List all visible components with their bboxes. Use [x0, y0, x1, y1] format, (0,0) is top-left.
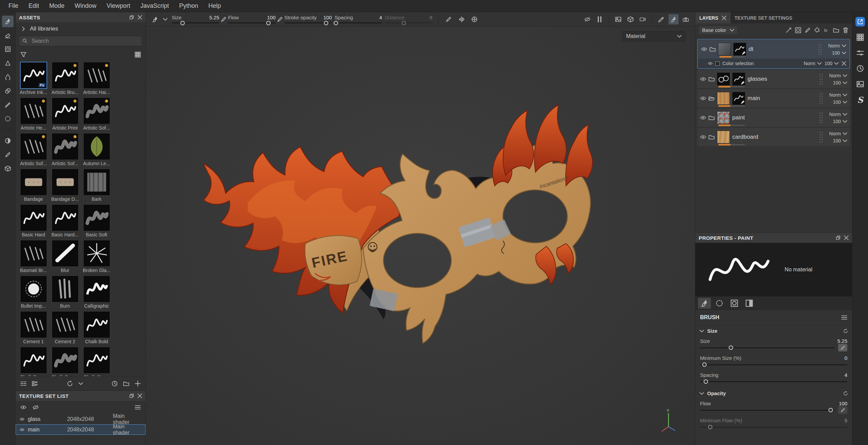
pressure-toggle-icon[interactable] — [221, 16, 227, 22]
reset-icon[interactable] — [843, 391, 848, 396]
brush-item[interactable]: Chalk Stro... — [81, 347, 112, 376]
close-icon[interactable] — [722, 16, 727, 20]
control-slider[interactable] — [172, 22, 219, 23]
control-slider[interactable] — [335, 22, 382, 23]
undock-icon[interactable] — [129, 393, 134, 398]
brush-item[interactable]: Artistic Sof... — [18, 134, 49, 167]
slider-knob[interactable] — [708, 425, 713, 429]
control-value[interactable]: 4 — [379, 15, 382, 20]
layer-row-dt[interactable]: dtNorm100 — [698, 40, 849, 58]
detail-view-icon[interactable] — [32, 381, 38, 387]
brush-item[interactable]: Basic Soft — [81, 205, 112, 238]
toolbar-control-flow[interactable]: Flow100 — [227, 15, 277, 23]
camera-mode-icon[interactable] — [638, 14, 648, 24]
solo-eye-icon[interactable] — [33, 404, 39, 410]
layer-row-main[interactable]: mainNorm100 — [697, 89, 850, 108]
blend-mode-dropdown[interactable]: Norm — [829, 131, 847, 136]
layer-opacity-dropdown[interactable]: 100 — [833, 80, 847, 85]
history-icon[interactable] — [855, 64, 865, 73]
setting-slider[interactable] — [700, 364, 847, 365]
layer-mask-thumbnail[interactable] — [732, 73, 745, 85]
menu-help[interactable]: Help — [203, 0, 226, 12]
slider-knob[interactable] — [829, 408, 833, 412]
layer-thumbnail[interactable] — [717, 73, 730, 85]
symmetry-icon[interactable] — [456, 14, 467, 24]
brush-item[interactable]: Autumn Le... — [81, 134, 112, 167]
brush-item[interactable]: Chalk Bum... — [18, 347, 49, 376]
slider-knob[interactable] — [334, 21, 338, 25]
setting-value[interactable]: 5.25 — [837, 338, 847, 344]
toolbar-control-spacing[interactable]: Spacing4 — [333, 15, 383, 23]
axis-gizmo[interactable]: Y — [654, 408, 683, 437]
control-slider[interactable] — [385, 22, 432, 23]
brush-item[interactable]: Bandage — [18, 169, 49, 202]
capture-camera-icon[interactable] — [681, 14, 691, 24]
brush-item[interactable]: PsArchive Ink... — [18, 62, 49, 95]
brush-item[interactable]: Broken Gla... — [81, 240, 112, 273]
layer-row-paint[interactable]: paintNorm100 — [697, 109, 850, 127]
slider-knob[interactable] — [324, 21, 328, 25]
assets-home-icon[interactable] — [855, 17, 865, 26]
effect-opacity-dropdown[interactable]: 100 — [825, 61, 839, 66]
brush-item[interactable]: Basic Hard — [18, 205, 49, 238]
projection-tool[interactable] — [2, 43, 14, 55]
chevron-down-icon[interactable] — [78, 381, 83, 386]
tab-material[interactable] — [743, 298, 756, 309]
pressure-toggle-icon[interactable] — [838, 406, 847, 414]
3d-model-glasses[interactable]: FIRE — [146, 26, 695, 445]
tab-alpha[interactable] — [713, 298, 726, 309]
brush-item[interactable]: Artistic He... — [18, 98, 49, 131]
effect-blend-dropdown[interactable]: Norm — [804, 61, 822, 66]
add-folder-icon[interactable] — [833, 27, 839, 33]
brush-item[interactable]: Chalk Bold — [81, 312, 112, 345]
pressure-toggle-icon[interactable] — [277, 16, 283, 22]
search-input[interactable] — [19, 36, 142, 46]
layer-thumbnail[interactable] — [717, 92, 730, 105]
layer-row-cardboard[interactable]: cardboardNorm100 — [697, 128, 850, 146]
group-header-opacity[interactable]: Opacity — [695, 387, 852, 399]
viewport-mode-icon[interactable] — [613, 14, 623, 24]
material-picker-tool[interactable] — [2, 99, 14, 111]
brush-item[interactable]: Basmati Br... — [18, 240, 49, 273]
render-mode-icon[interactable] — [625, 14, 636, 24]
brush-item[interactable]: Cement 1 — [18, 312, 49, 345]
setting-slider[interactable] — [700, 381, 847, 382]
layer-mask-thumbnail[interactable] — [732, 92, 745, 105]
3d-viewport[interactable]: FIRE — [146, 26, 695, 445]
fill-icon[interactable] — [814, 27, 820, 33]
layer-drag-grip[interactable] — [819, 73, 823, 85]
toolbar-control-size[interactable]: Size5.25 — [170, 15, 221, 23]
show-all-eye-icon[interactable] — [20, 404, 26, 410]
layer-visibility-toggle[interactable] — [700, 115, 706, 121]
quick-mask-tool[interactable] — [2, 135, 14, 147]
tab-stencil[interactable] — [728, 298, 741, 309]
slider-knob[interactable] — [402, 21, 406, 25]
list-view-icon[interactable] — [20, 381, 26, 387]
radial-symmetry-icon[interactable] — [469, 14, 479, 24]
undock-icon[interactable] — [836, 235, 841, 240]
brush-item[interactable]: Blur — [49, 240, 81, 273]
filter-menu-icon[interactable] — [135, 404, 141, 410]
section-menu-icon[interactable] — [841, 314, 847, 321]
remove-effect-icon[interactable] — [842, 61, 846, 66]
control-value[interactable]: 100 — [267, 15, 276, 20]
layer-opacity-dropdown[interactable]: 100 — [833, 138, 847, 143]
blend-mode-dropdown[interactable]: Norm — [829, 92, 847, 98]
particles-tool[interactable] — [2, 113, 14, 124]
pressure-toggle-icon[interactable] — [838, 344, 847, 351]
texture-set-row[interactable]: glass2048x2048Main shader — [16, 414, 146, 424]
control-slider[interactable] — [228, 22, 276, 23]
setting-value[interactable]: 5 — [845, 418, 847, 423]
layer-drag-grip[interactable] — [819, 112, 823, 123]
folder-icon[interactable] — [123, 381, 129, 387]
setting-value[interactable]: 4 — [845, 372, 847, 378]
slider-knob[interactable] — [702, 363, 707, 367]
eraser-tool[interactable] — [2, 30, 14, 41]
close-icon[interactable] — [137, 393, 142, 398]
path-tool[interactable] — [2, 149, 14, 160]
paint-tool[interactable] — [2, 16, 14, 27]
brush-item[interactable]: Burn — [49, 276, 81, 309]
tab-brush[interactable] — [698, 298, 711, 309]
reset-icon[interactable] — [843, 329, 848, 333]
brush-item[interactable]: Bark — [81, 169, 112, 202]
